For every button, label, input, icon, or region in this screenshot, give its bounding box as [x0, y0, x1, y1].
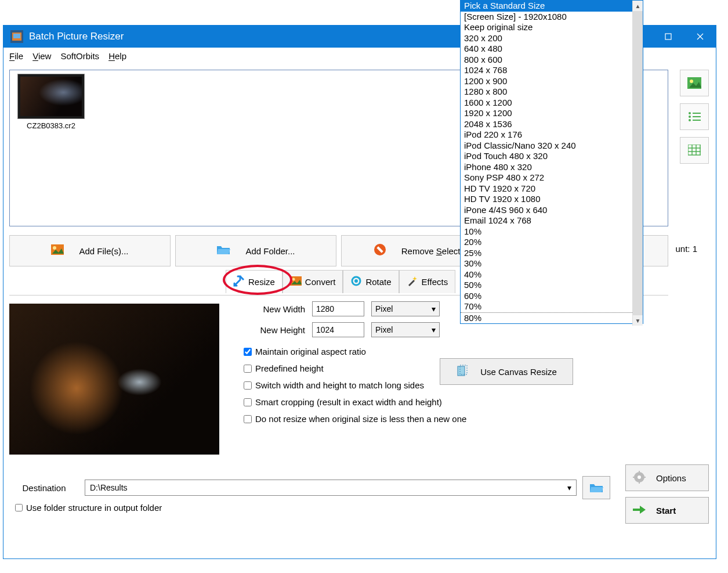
width-unit-select[interactable]: Pixel ▾	[371, 301, 440, 316]
svg-rect-41	[633, 477, 635, 478]
add-files-icon	[51, 244, 64, 258]
new-height-input[interactable]	[312, 322, 364, 337]
gear-icon	[633, 471, 646, 485]
dropdown-item[interactable]: iPod Classic/Nano 320 x 240	[461, 140, 643, 152]
tab-convert-label: Convert	[305, 277, 336, 287]
dropdown-item[interactable]: 25%	[461, 248, 643, 259]
svg-point-11	[689, 116, 691, 118]
no-resize-smaller-checkbox[interactable]	[244, 415, 252, 423]
dropdown-item[interactable]: 70%	[461, 301, 643, 312]
svg-point-34	[354, 279, 358, 283]
dropdown-item[interactable]: 50%	[461, 280, 643, 291]
dropdown-item[interactable]: 20%	[461, 237, 643, 248]
app-icon	[10, 30, 23, 43]
options-button[interactable]: Options	[625, 464, 709, 491]
scroll-up-icon[interactable]: ▲	[633, 1, 643, 11]
dropdown-item[interactable]: 10%	[461, 226, 643, 237]
svg-point-38	[638, 475, 641, 479]
remove-icon	[374, 243, 386, 259]
predefined-height-checkbox[interactable]	[244, 365, 252, 373]
dropdown-item[interactable]: Keep original size	[461, 22, 643, 33]
dropdown-item[interactable]: 320 x 200	[461, 33, 643, 44]
dropdown-scrollbar[interactable]: ▲ ▼	[632, 1, 643, 326]
svg-rect-1	[13, 34, 20, 38]
new-width-input[interactable]	[312, 301, 364, 316]
menu-view[interactable]: View	[32, 51, 51, 61]
dropdown-item[interactable]: Sony PSP 480 x 272	[461, 172, 643, 183]
image-count-label: unt: 1	[675, 244, 697, 254]
add-folder-button[interactable]: Add Folder...	[175, 235, 336, 266]
dropdown-item[interactable]: HD TV 1920 x 1080	[461, 194, 643, 205]
dropdown-item[interactable]: Pick a Standard Size	[461, 1, 643, 12]
convert-icon	[290, 275, 302, 289]
thumbnail-image	[17, 74, 85, 119]
dropdown-item[interactable]: HD TV 1920 x 720	[461, 183, 643, 194]
dropdown-item[interactable]: 1920 x 1200	[461, 108, 643, 119]
maintain-ratio-checkbox[interactable]	[244, 348, 252, 356]
dropdown-item[interactable]: 1200 x 900	[461, 76, 643, 87]
dropdown-item[interactable]: 1280 x 800	[461, 87, 643, 98]
thumbnail-item[interactable]: CZ2B0383.cr2	[13, 74, 89, 130]
dropdown-item[interactable]: 80%	[461, 312, 643, 324]
predefined-height-label: Predefined height	[255, 363, 324, 373]
use-folder-structure-checkbox[interactable]	[15, 504, 23, 511]
view-mode-list[interactable]	[680, 103, 709, 130]
destination-combo[interactable]: D:\Results ▾	[85, 480, 577, 496]
add-files-button[interactable]: Add File(s)...	[9, 235, 171, 266]
menu-file[interactable]: File	[9, 51, 23, 61]
dropdown-item[interactable]: iPhone 480 x 320	[461, 162, 643, 173]
dropdown-item[interactable]: iPone 4/4S 960 x 640	[461, 205, 643, 216]
dropdown-item[interactable]: 60%	[461, 291, 643, 302]
svg-rect-3	[665, 34, 671, 39]
dropdown-item[interactable]: Email 1024 x 768	[461, 215, 643, 226]
menu-softorbits[interactable]: SoftOrbits	[60, 51, 99, 61]
dropdown-item[interactable]: 800 x 600	[461, 55, 643, 66]
folder-icon	[216, 244, 230, 258]
maximize-button[interactable]	[652, 26, 684, 48]
view-mode-thumbnails[interactable]	[680, 70, 709, 96]
play-icon	[633, 504, 646, 517]
svg-rect-43	[633, 509, 640, 511]
dropdown-item[interactable]: 1024 x 768	[461, 65, 643, 76]
options-label: Options	[656, 473, 686, 483]
switch-sides-label: Switch width and height to match long si…	[255, 380, 424, 390]
new-width-label: New Width	[244, 304, 305, 314]
height-unit-select[interactable]: Pixel ▾	[371, 322, 440, 337]
tab-resize-label: Resize	[248, 277, 275, 287]
tab-strip: Resize Convert Rotate Effects	[226, 270, 455, 293]
size-dropdown[interactable]: Pick a Standard Size[Screen Size] - 1920…	[460, 0, 643, 324]
dropdown-item[interactable]: 30%	[461, 258, 643, 269]
svg-point-24	[53, 246, 56, 250]
tab-convert[interactable]: Convert	[282, 270, 343, 293]
switch-sides-checkbox[interactable]	[244, 381, 252, 390]
smart-crop-checkbox[interactable]	[244, 398, 252, 406]
dropdown-item[interactable]: 1600 x 1200	[461, 98, 643, 109]
chevron-down-icon: ▾	[567, 483, 571, 492]
destination-label: Destination	[9, 483, 79, 493]
tab-rotate-label: Rotate	[365, 277, 391, 287]
menu-help[interactable]: Help	[108, 51, 126, 61]
chevron-down-icon: ▾	[432, 325, 436, 334]
dropdown-item[interactable]: iPod Touch 480 x 320	[461, 151, 643, 162]
svg-point-31	[292, 278, 295, 281]
dropdown-item[interactable]: 640 x 480	[461, 44, 643, 55]
tab-rotate[interactable]: Rotate	[343, 270, 399, 293]
tab-resize[interactable]: Resize	[226, 270, 282, 293]
browse-folder-button[interactable]	[582, 476, 610, 499]
svg-rect-39	[639, 471, 640, 473]
add-folder-label: Add Folder...	[245, 246, 295, 256]
tab-effects[interactable]: Effects	[399, 270, 456, 293]
dropdown-item[interactable]: iPod 220 x 176	[461, 129, 643, 140]
width-unit-label: Pixel	[375, 304, 393, 313]
svg-rect-42	[643, 477, 646, 478]
close-button[interactable]	[684, 26, 716, 48]
dropdown-item[interactable]: [Screen Size] - 1920x1080	[461, 12, 643, 23]
start-button[interactable]: Start	[625, 497, 709, 524]
dropdown-item[interactable]: 2048 x 1536	[461, 119, 643, 130]
side-toolbar	[680, 70, 709, 164]
scroll-down-icon[interactable]: ▼	[633, 315, 643, 326]
add-files-label: Add File(s)...	[79, 246, 128, 256]
view-mode-grid[interactable]	[680, 137, 709, 164]
dropdown-item[interactable]: 40%	[461, 269, 643, 280]
canvas-resize-button[interactable]: Use Canvas Resize	[440, 358, 573, 385]
